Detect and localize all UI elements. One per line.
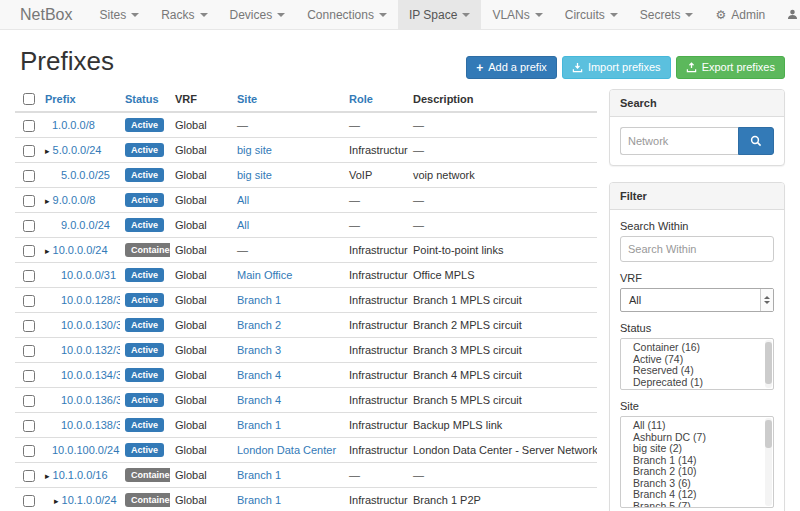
site-link[interactable]: Branch 4	[237, 369, 281, 381]
prefix-link[interactable]: 10.0.0.128/31	[61, 294, 120, 306]
listbox-option[interactable]: Deprecated (1)	[621, 377, 773, 389]
row-checkbox[interactable]	[23, 320, 35, 332]
scrollbar[interactable]	[765, 340, 772, 388]
search-within-input[interactable]	[620, 236, 774, 262]
listbox-option[interactable]: big site (2)	[621, 443, 773, 455]
column-header-site[interactable]: Site	[237, 93, 257, 105]
listbox-option[interactable]: Branch 2 (10)	[621, 466, 773, 478]
nav-item-racks[interactable]: Racks	[150, 0, 218, 29]
listbox-option[interactable]: Branch 1 (14)	[621, 455, 773, 467]
prefix-link[interactable]: 1.0.0.0/8	[52, 119, 95, 131]
site-link[interactable]: big site	[237, 169, 272, 181]
role-cell: Infrastructure	[344, 388, 408, 413]
prefix-link[interactable]: 5.0.0.0/25	[61, 169, 110, 181]
tree-indent	[45, 453, 52, 454]
row-checkbox[interactable]	[23, 370, 35, 382]
nav-item-sites[interactable]: Sites	[88, 0, 150, 29]
site-link[interactable]: Branch 2	[237, 319, 281, 331]
prefix-cell: 5.0.0.0/25	[40, 163, 120, 188]
prefix-link[interactable]: 10.0.0.0/24	[53, 244, 108, 256]
row-checkbox[interactable]	[23, 420, 35, 432]
column-header-status[interactable]: Status	[125, 93, 159, 105]
status-listbox[interactable]: Container (16)Active (74)Reserved (4)Dep…	[620, 338, 774, 390]
nav-item-profile[interactable]: Profile	[776, 0, 800, 29]
prefix-link[interactable]: 10.0.0.134/31	[61, 369, 120, 381]
table-row: 1.0.0.0/8ActiveGlobal———	[15, 112, 597, 138]
row-checkbox[interactable]	[23, 345, 35, 357]
row-checkbox[interactable]	[23, 470, 35, 482]
status-badge: Container	[125, 493, 170, 507]
prefix-link[interactable]: 10.0.0.138/31	[61, 419, 120, 431]
vrf-cell: Global	[170, 313, 232, 338]
prefix-link[interactable]: 10.1.0.0/24	[62, 494, 117, 506]
row-checkbox[interactable]	[23, 170, 35, 182]
listbox-option[interactable]: Branch 5 (7)	[621, 501, 773, 509]
status-badge: Active	[125, 343, 164, 357]
site-link[interactable]: Main Office	[237, 269, 292, 281]
site-link[interactable]: London Data Center	[237, 444, 336, 456]
nav-item-ip-space[interactable]: IP Space	[398, 0, 481, 29]
nav-item-vlans[interactable]: VLANs	[481, 0, 553, 29]
listbox-option[interactable]: All (11)	[621, 420, 773, 432]
export-prefixes-button[interactable]: Export prefixes	[676, 56, 785, 79]
row-checkbox[interactable]	[23, 495, 35, 507]
scrollbar[interactable]	[765, 418, 772, 506]
prefix-link[interactable]: 9.0.0.0/8	[53, 194, 96, 206]
nav-item-label: Circuits	[565, 8, 605, 22]
site-link[interactable]: Branch 1	[237, 294, 281, 306]
prefix-link[interactable]: 9.0.0.0/24	[61, 219, 110, 231]
row-checkbox[interactable]	[23, 245, 35, 257]
listbox-option[interactable]: Reserved (4)	[621, 365, 773, 377]
scrollbar-thumb[interactable]	[765, 420, 772, 448]
nav-item-circuits[interactable]: Circuits	[554, 0, 629, 29]
prefix-link[interactable]: 5.0.0.0/24	[53, 144, 102, 156]
status-badge: Active	[125, 168, 164, 182]
status-cell: Active	[120, 263, 170, 288]
prefix-link[interactable]: 10.0.0.0/31	[61, 269, 116, 281]
nav-item-connections[interactable]: Connections	[296, 0, 398, 29]
scrollbar-thumb[interactable]	[765, 342, 772, 384]
column-header-prefix[interactable]: Prefix	[45, 93, 76, 105]
row-checkbox[interactable]	[23, 395, 35, 407]
prefix-link[interactable]: 10.0.0.132/31	[61, 344, 120, 356]
site-link[interactable]: Branch 1	[237, 469, 281, 481]
app-brand[interactable]: NetBox	[0, 0, 88, 29]
page-actions: + Add a prefix Import prefixes Export pr…	[466, 56, 785, 79]
row-checkbox[interactable]	[23, 445, 35, 457]
site-link[interactable]: All	[237, 219, 249, 231]
prefix-link[interactable]: 10.0.0.130/31	[61, 319, 120, 331]
site-link[interactable]: Branch 1	[237, 419, 281, 431]
vrf-select[interactable]: All	[620, 288, 774, 312]
listbox-option[interactable]: Ashburn DC (7)	[621, 432, 773, 444]
select-all-checkbox[interactable]	[23, 93, 35, 105]
prefix-link[interactable]: 10.0.100.0/24	[52, 444, 119, 456]
prefix-link[interactable]: 10.0.0.136/31	[61, 394, 120, 406]
site-link[interactable]: Branch 3	[237, 344, 281, 356]
row-checkbox[interactable]	[23, 270, 35, 282]
listbox-option[interactable]: Branch 3 (6)	[621, 478, 773, 490]
prefix-cell: ▸9.0.0.0/8	[40, 188, 120, 213]
listbox-option[interactable]: Container (16)	[621, 342, 773, 354]
site-link[interactable]: Branch 4	[237, 394, 281, 406]
row-checkbox[interactable]	[23, 195, 35, 207]
nav-item-devices[interactable]: Devices	[219, 0, 297, 29]
nav-item-admin[interactable]: ⚙ Admin	[704, 0, 776, 29]
row-checkbox[interactable]	[23, 295, 35, 307]
search-input[interactable]	[620, 127, 738, 155]
site-listbox[interactable]: All (11)Ashburn DC (7)big site (2)Branch…	[620, 416, 774, 508]
search-button[interactable]	[738, 127, 774, 155]
site-link[interactable]: All	[237, 194, 249, 206]
row-checkbox[interactable]	[23, 120, 35, 132]
row-checkbox[interactable]	[23, 145, 35, 157]
import-prefixes-button[interactable]: Import prefixes	[562, 56, 671, 79]
prefix-link[interactable]: 10.1.0.0/16	[53, 469, 108, 481]
add-prefix-button[interactable]: + Add a prefix	[466, 56, 557, 79]
status-badge: Active	[125, 318, 164, 332]
site-link[interactable]: big site	[237, 144, 272, 156]
listbox-option[interactable]: Active (74)	[621, 354, 773, 366]
row-checkbox[interactable]	[23, 220, 35, 232]
column-header-role[interactable]: Role	[349, 93, 373, 105]
nav-item-secrets[interactable]: Secrets	[629, 0, 705, 29]
listbox-option[interactable]: Branch 4 (12)	[621, 489, 773, 501]
site-link[interactable]: Branch 1	[237, 494, 281, 506]
